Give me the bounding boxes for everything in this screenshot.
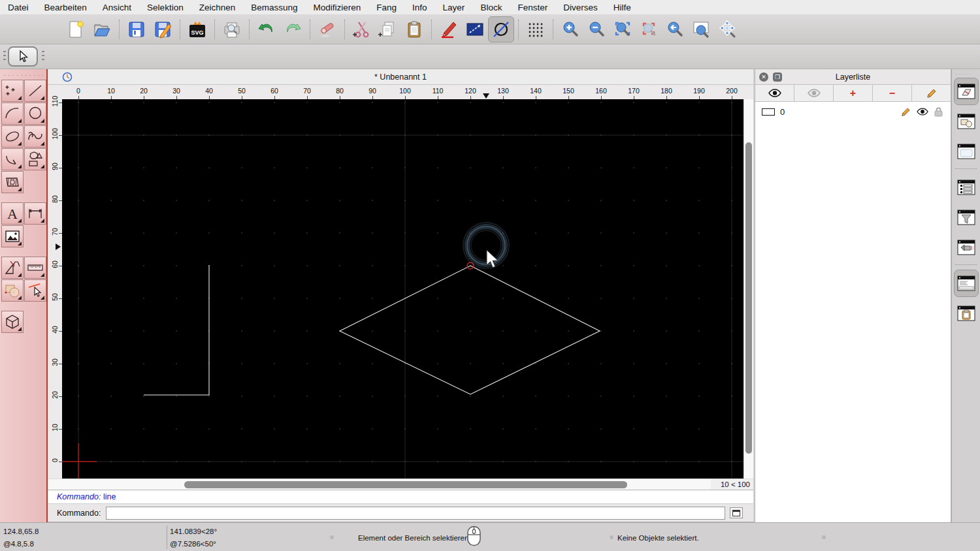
cut-button[interactable] <box>349 16 375 42</box>
delete-eraser-button[interactable] <box>314 16 340 42</box>
text-tool[interactable]: A <box>1 202 24 225</box>
distance-rectangle-button[interactable] <box>462 16 488 42</box>
explode-tool[interactable] <box>24 279 46 302</box>
zoom-window-button[interactable] <box>688 16 714 42</box>
menu-item-bearbeiten[interactable]: Bearbeiten <box>37 3 95 12</box>
zoom-in-button[interactable] <box>557 16 583 42</box>
menu-item-zeichnen[interactable]: Zeichnen <box>191 3 244 12</box>
grid-toggle-button[interactable] <box>523 16 549 42</box>
ellipse-tool[interactable] <box>1 125 24 148</box>
grid-dot <box>372 363 372 364</box>
drafting-tools-tool[interactable] <box>1 257 24 279</box>
remove-layer-button[interactable]: − <box>873 85 912 101</box>
dock-handle[interactable]: ..... <box>956 71 976 76</box>
menu-item-modifizieren[interactable]: Modifizieren <box>306 3 369 12</box>
grid-dot <box>731 461 732 462</box>
toolbar-handle[interactable] <box>42 51 44 60</box>
float-panel-icon[interactable]: ❐ <box>773 72 782 82</box>
visible-eye-icon[interactable] <box>917 108 928 116</box>
grid-dot <box>176 396 176 396</box>
zoom-selection-button[interactable] <box>636 16 662 42</box>
drawing-canvas[interactable] <box>62 99 743 479</box>
add-layer-button[interactable]: + <box>834 85 873 101</box>
menu-item-diverses[interactable]: Diverses <box>555 3 606 12</box>
clipboard-dock-button[interactable] <box>954 300 979 327</box>
paste-button[interactable] <box>401 16 427 42</box>
arc-tool[interactable] <box>1 102 24 125</box>
modify-tool[interactable] <box>1 279 24 302</box>
hatch-tool[interactable] <box>1 171 24 193</box>
dimension-tool[interactable] <box>24 202 46 225</box>
new-document-button[interactable] <box>63 16 89 42</box>
menu-item-ansicht[interactable]: Ansicht <box>95 3 139 12</box>
menu-item-hilfe[interactable]: Hilfe <box>606 3 639 12</box>
menu-bar: DateiBearbeitenAnsichtSelektionZeichnenB… <box>0 0 980 14</box>
redo-button[interactable] <box>280 16 306 42</box>
grid-dot <box>404 330 405 331</box>
menu-item-fenster[interactable]: Fenster <box>510 3 555 12</box>
command-widget-dock-button[interactable] <box>954 270 979 297</box>
grid-dot <box>698 265 699 266</box>
svg-export-button[interactable]: SVG <box>184 16 210 42</box>
toolbar-handle[interactable] <box>3 51 6 60</box>
zoom-auto-button[interactable] <box>610 16 636 42</box>
line-tool[interactable] <box>24 80 46 102</box>
grid-dot <box>208 396 209 396</box>
command-input[interactable] <box>106 507 725 520</box>
zoom-previous-button[interactable] <box>662 16 688 42</box>
menu-item-selektion[interactable]: Selektion <box>139 3 191 12</box>
hide-all-layers-button[interactable] <box>794 85 834 101</box>
select-tool-button[interactable] <box>8 46 38 67</box>
entity-list-dock-button[interactable] <box>954 174 979 201</box>
menu-item-datei[interactable]: Datei <box>0 3 37 12</box>
spline-tool[interactable] <box>24 125 46 148</box>
horizontal-scrollbar-thumb[interactable] <box>184 481 627 488</box>
svg-text:SVG: SVG <box>191 29 203 36</box>
close-icon[interactable]: ✕ <box>759 72 768 82</box>
command-detach-button[interactable] <box>730 507 743 518</box>
solid-3d-tool[interactable] <box>1 311 24 333</box>
circle-line-button[interactable] <box>488 16 514 42</box>
measure-ruler-tool[interactable] <box>24 257 46 279</box>
library-browser-dock-button[interactable] <box>954 138 979 165</box>
menu-item-bemassung[interactable]: Bemassung <box>243 3 305 12</box>
edit-pencil-icon[interactable] <box>901 107 911 117</box>
lock-icon[interactable] <box>934 107 943 117</box>
copy-button[interactable] <box>375 16 401 42</box>
points-tool[interactable] <box>1 80 24 102</box>
pan-button[interactable] <box>714 16 740 42</box>
filter-dock-button[interactable] <box>954 204 979 231</box>
polyline-tool[interactable] <box>1 148 24 170</box>
document-title-bar[interactable]: * Unbenannt 1 <box>48 69 753 85</box>
image-tool[interactable] <box>1 225 24 247</box>
dock-separator <box>955 264 977 265</box>
plugin-dock-button[interactable] <box>954 234 979 261</box>
grid-dot <box>274 461 274 462</box>
vertical-scrollbar-thumb[interactable] <box>745 142 752 454</box>
grid-dot <box>437 428 438 429</box>
vertical-scrollbar[interactable] <box>743 99 753 479</box>
save-as-button[interactable] <box>150 16 176 42</box>
menu-item-info[interactable]: Info <box>404 3 435 12</box>
block-list-dock-button[interactable] <box>954 108 979 135</box>
layer-list-dock-button[interactable] <box>954 78 979 105</box>
undo-button[interactable] <box>253 16 280 42</box>
circle-tool[interactable] <box>24 102 46 125</box>
grid-dot <box>274 428 274 429</box>
palette-handle[interactable]: .......... <box>4 72 43 76</box>
menu-item-layer[interactable]: Layer <box>435 3 473 12</box>
save-button[interactable] <box>123 16 150 42</box>
open-file-button[interactable] <box>89 16 115 42</box>
grid-dot <box>470 330 470 331</box>
polygon-tool[interactable] <box>24 148 46 170</box>
horizontal-scrollbar[interactable] <box>48 479 711 490</box>
menu-item-fang[interactable]: Fang <box>368 3 404 12</box>
edit-layer-button[interactable] <box>912 85 951 101</box>
draw-pen-button[interactable] <box>436 16 462 42</box>
zoom-out-button[interactable] <box>583 16 610 42</box>
show-all-layers-button[interactable] <box>755 85 794 101</box>
layer-color-swatch[interactable] <box>762 108 775 116</box>
print-preview-button[interactable] <box>219 16 245 42</box>
layer-row[interactable]: 0 <box>755 104 951 119</box>
menu-item-block[interactable]: Block <box>472 3 510 12</box>
